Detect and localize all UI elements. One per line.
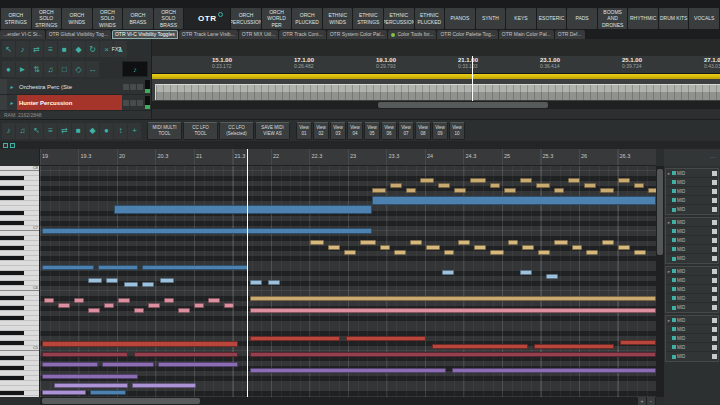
record-icon[interactable]: ● — [2, 61, 15, 77]
library-button-ethnic-winds[interactable]: ETHNICWINDS — [323, 8, 353, 29]
midi-note[interactable] — [158, 362, 238, 367]
panel-track-row[interactable]: MID — [666, 276, 718, 285]
midi-note[interactable] — [444, 250, 454, 255]
track-name[interactable]: Hunter Percussion — [17, 95, 122, 110]
view-08-button[interactable]: View08 — [415, 122, 431, 140]
view-10-button[interactable]: View10 — [449, 122, 465, 140]
library-button-booms-and-drones[interactable]: BOOMSAND DRONES — [598, 8, 628, 29]
vertical-scrollbar-thumb[interactable] — [657, 169, 663, 255]
view-04-button[interactable]: View04 — [347, 122, 363, 140]
menu-list-icon[interactable]: ≡ — [44, 41, 57, 57]
midi-note[interactable] — [42, 390, 86, 395]
midi-note[interactable] — [432, 344, 528, 349]
midi-note[interactable] — [132, 383, 196, 388]
midi-note[interactable] — [634, 183, 644, 188]
library-button-rhythmic[interactable]: RHYTHMIC — [628, 8, 658, 29]
midi-note[interactable] — [250, 336, 340, 341]
arrange-scrollbar[interactable] — [152, 101, 720, 109]
tab-color-tools-for[interactable]: Color Tools for... — [388, 30, 436, 39]
tab-otr-global-visibility-tog[interactable]: OTR Global Visibility Tog... — [46, 30, 111, 39]
midi-note[interactable] — [208, 298, 220, 303]
midi-note[interactable] — [164, 298, 174, 303]
midi-note-grid[interactable] — [40, 166, 656, 397]
midi-note[interactable] — [600, 188, 614, 193]
midi-note[interactable] — [148, 303, 160, 308]
midi-note[interactable] — [410, 240, 422, 245]
midi-note[interactable] — [360, 240, 376, 245]
panel-track-row[interactable]: MID — [666, 285, 718, 294]
view-05-button[interactable]: View05 — [364, 122, 380, 140]
midi-note[interactable] — [618, 178, 630, 183]
midi-note[interactable] — [490, 250, 504, 255]
midi-note[interactable] — [372, 188, 386, 193]
save-midi-view-as-button[interactable]: SAVE MIDIVIEW AS — [255, 122, 290, 140]
diamond-icon[interactable]: ◇ — [72, 61, 85, 77]
library-button-keys[interactable]: KEYS — [506, 8, 536, 29]
tab-otr-system-color-pal[interactable]: OTR System Color Pal... — [327, 30, 388, 39]
track-folder-icon[interactable]: ▸ — [7, 95, 17, 110]
panel-track-row[interactable]: MID — [666, 205, 718, 214]
midi-note[interactable] — [102, 362, 154, 367]
midi-note[interactable] — [88, 278, 102, 283]
stop-icon[interactable]: ■ — [72, 123, 85, 139]
midi-note[interactable] — [118, 298, 130, 303]
library-button-ethnic-strings[interactable]: ETHNICSTRINGS — [353, 8, 383, 29]
tab-otr-track-lane-visib[interactable]: OTR Track Lane Visib... — [179, 30, 238, 39]
draw-note-icon[interactable]: ♪ — [16, 41, 29, 57]
view-09-button[interactable]: View09 — [432, 122, 448, 140]
view-03-button[interactable]: View03 — [330, 122, 346, 140]
library-button-orch-strings[interactable]: ORCHSTRINGS — [1, 8, 31, 29]
track-folder-icon[interactable]: ▸ — [7, 79, 17, 94]
midi-note[interactable] — [134, 308, 144, 313]
play-icon[interactable]: ► — [16, 61, 29, 77]
stretch-icon[interactable]: ↕ — [114, 123, 127, 139]
snap-toggle-icon[interactable] — [10, 143, 15, 148]
track-row-hunter-percussion[interactable]: ▸ Hunter Percussion — [0, 95, 151, 111]
cc-lfo-selected-button[interactable]: CC LFO(Selected) — [219, 122, 254, 140]
mute-button[interactable] — [123, 100, 129, 106]
arrange-ruler[interactable]: 15.1.000:23.17217.1.000:26.48219.1.000:2… — [152, 56, 720, 74]
list-icon[interactable]: ≡ — [44, 123, 57, 139]
midi-note[interactable] — [42, 362, 98, 367]
midi-note[interactable] — [568, 178, 580, 183]
library-button-orch-solo-strings[interactable]: ORCH SOLOSTRINGS — [32, 8, 62, 29]
midi-note[interactable] — [452, 368, 656, 373]
midi-note[interactable] — [520, 270, 532, 275]
midi-note[interactable] — [42, 265, 94, 270]
library-button-ethnic-plucked[interactable]: ETHNICPLUCKED — [415, 8, 445, 29]
midi-note[interactable] — [620, 340, 656, 345]
piano-keyboard[interactable]: C8C7C6C5 — [0, 166, 40, 397]
record-arm-button[interactable] — [137, 84, 143, 90]
library-button-orch-brass[interactable]: ORCHBRASS — [123, 8, 153, 29]
panel-track-row[interactable]: ►MID — [666, 267, 718, 276]
midi-note[interactable] — [42, 341, 238, 347]
library-button-pianos[interactable]: PIANOS — [445, 8, 475, 29]
midi-note[interactable] — [142, 265, 248, 270]
midi-multi-tool-button[interactable]: MIDI MULTITOOL — [147, 122, 182, 140]
midi-note[interactable] — [88, 308, 100, 313]
library-button-orch-plucked[interactable]: ORCHPLUCKED — [292, 8, 322, 29]
sort-icon[interactable]: ⇅ — [30, 61, 43, 77]
library-button-orch-solo-brass[interactable]: ORCH SOLOBRASS — [154, 8, 184, 29]
midi-note[interactable] — [534, 344, 614, 349]
midi-note[interactable] — [504, 188, 516, 193]
swap-lanes-icon[interactable]: ⇄ — [30, 41, 43, 57]
panel-track-row[interactable]: MID — [666, 245, 718, 254]
library-button-esoteric[interactable]: ESOTERIC — [537, 8, 567, 29]
library-button-orch-solo-winds[interactable]: ORCH SOLOWINDS — [93, 8, 123, 29]
midi-note[interactable] — [634, 250, 646, 255]
midi-note[interactable] — [160, 278, 174, 283]
swap-icon[interactable]: ⇄ — [58, 123, 71, 139]
panel-track-row[interactable]: ►MID — [666, 218, 718, 227]
midi-note[interactable] — [124, 282, 138, 287]
horizontal-scrollbar[interactable]: + − — [40, 397, 656, 405]
zoom-out-button[interactable]: − — [647, 397, 655, 405]
solo-button[interactable] — [130, 84, 136, 90]
library-button-orch-winds[interactable]: ORCHWINDS — [62, 8, 92, 29]
midi-note[interactable] — [406, 188, 416, 193]
panel-track-row[interactable]: MID — [666, 334, 718, 343]
add-icon[interactable]: + — [128, 123, 141, 139]
midi-note[interactable] — [250, 308, 656, 313]
horizontal-scrollbar-thumb[interactable] — [42, 398, 200, 404]
cc-lfo-tool-button[interactable]: CC LFOTOOL — [183, 122, 218, 140]
